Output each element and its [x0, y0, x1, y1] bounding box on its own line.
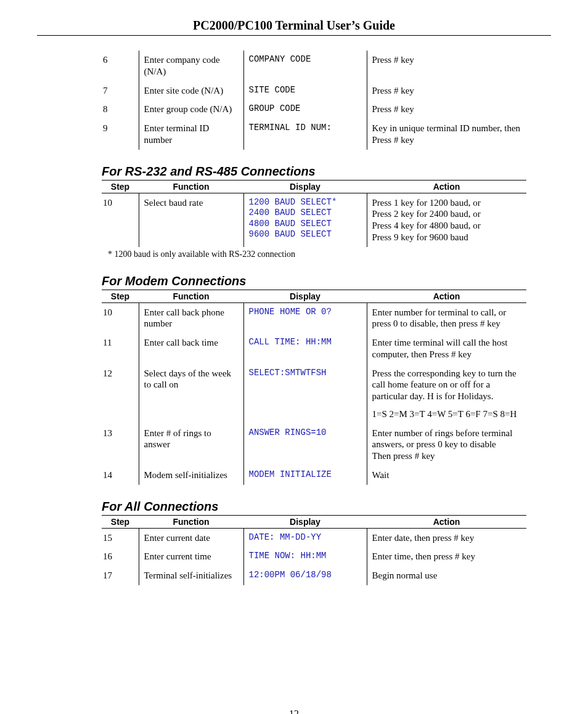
table-row: 9 Enter terminal ID number TERMINAL ID N…	[102, 119, 526, 150]
modem-table: Step Function Display Action 10 Enter ca…	[102, 290, 526, 485]
page-title: PC2000/PC100 Terminal User’s Guide	[37, 18, 551, 36]
table-row: 11 Enter call back time CALL TIME: HH:MM…	[102, 333, 526, 364]
table-row: 16 Enter current time TIME NOW: HH:MM En…	[102, 547, 526, 566]
function-cell: Modem self-initializes	[139, 466, 243, 485]
table-row: 7 Enter site code (N/A) SITE CODE Press …	[102, 81, 526, 100]
modem-heading: For Modem Connections	[37, 274, 551, 288]
rs-footnote: * 1200 baud is only available with RS-23…	[37, 249, 551, 259]
col-step: Step	[102, 180, 139, 193]
display-cell: GROUP CODE	[243, 100, 367, 119]
step-cell: 13	[102, 424, 139, 466]
step-cell: 8	[102, 100, 139, 119]
rs-heading: For RS-232 and RS-485 Connections	[37, 164, 551, 179]
step-cell: 10	[102, 193, 139, 247]
col-func: Function	[139, 180, 243, 193]
function-cell: Enter # of rings to answer	[139, 424, 243, 466]
table-row: 8 Enter group code (N/A) GROUP CODE Pres…	[102, 100, 526, 119]
function-cell: Enter current date	[139, 528, 243, 547]
function-cell: Terminal self-initializes	[139, 566, 243, 585]
function-cell: Enter company code (N/A)	[139, 51, 243, 81]
action-cell: Wait	[367, 466, 526, 485]
page-number: 12	[37, 708, 551, 714]
table-row: 13 Enter # of rings to answer ANSWER RIN…	[102, 424, 526, 466]
display-cell: SELECT:SMTWTFSH	[243, 364, 367, 424]
col-disp: Display	[243, 180, 367, 193]
col-disp: Display	[243, 515, 367, 528]
step-cell: 10	[102, 302, 139, 333]
action-cell: Enter time, then press # key	[367, 547, 526, 566]
action-cell: Begin normal use	[367, 566, 526, 585]
function-cell: Enter site code (N/A)	[139, 81, 243, 100]
table-row: 15 Enter current date DATE: MM-DD-YY Ent…	[102, 528, 526, 547]
action-part-b: 1=S 2=M 3=T 4=W 5=T 6=F 7=S 8=H	[372, 409, 517, 419]
action-cell: Enter number of rings before terminal an…	[367, 424, 526, 466]
display-cell: ANSWER RINGS=10	[243, 424, 367, 466]
step-cell: 12	[102, 364, 139, 424]
display-cell: DATE: MM-DD-YY	[243, 528, 367, 547]
display-cell: CALL TIME: HH:MM	[243, 333, 367, 364]
display-cell: 12:00PM 06/18/98	[243, 566, 367, 585]
action-cell: Enter number for terminal to call, or pr…	[367, 302, 526, 333]
table-row: 6 Enter company code (N/A) COMPANY CODE …	[102, 51, 526, 81]
display-cell: MODEM INITIALIZE	[243, 466, 367, 485]
col-disp: Display	[243, 290, 367, 302]
step-cell: 14	[102, 466, 139, 485]
action-cell: Press # key	[367, 100, 526, 119]
col-action: Action	[367, 290, 526, 302]
action-cell: Press the corresponding key to turn the …	[367, 364, 526, 424]
table-row: 10 Enter call back phone number PHONE HO…	[102, 302, 526, 333]
table-row: 14 Modem self-initializes MODEM INITIALI…	[102, 466, 526, 485]
col-step: Step	[102, 515, 139, 528]
all-heading: For All Connections	[37, 500, 551, 514]
table-row: 10 Select baud rate 1200 BAUD SELECT* 24…	[102, 193, 526, 247]
action-cell: Key in unique terminal ID number, then P…	[367, 119, 526, 150]
col-func: Function	[139, 290, 243, 302]
display-cell: 1200 BAUD SELECT* 2400 BAUD SELECT 4800 …	[243, 193, 367, 247]
action-part-a: Press the corresponding key to turn the …	[372, 368, 517, 402]
display-cell: TERMINAL ID NUM:	[243, 119, 367, 150]
table-row: 17 Terminal self-initializes 12:00PM 06/…	[102, 566, 526, 585]
col-action: Action	[367, 515, 526, 528]
action-cell: Press # key	[367, 81, 526, 100]
display-cell: SITE CODE	[243, 81, 367, 100]
function-cell: Enter terminal ID number	[139, 119, 243, 150]
function-cell: Enter current time	[139, 547, 243, 566]
step-cell: 11	[102, 333, 139, 364]
action-cell: Enter time terminal will call the host c…	[367, 333, 526, 364]
col-step: Step	[102, 290, 139, 302]
display-cell: COMPANY CODE	[243, 51, 367, 81]
action-cell: Press 1 key for 1200 baud, or Press 2 ke…	[367, 193, 526, 247]
rs-table: Step Function Display Action 10 Select b…	[102, 180, 526, 247]
step-cell: 17	[102, 566, 139, 585]
function-cell: Select baud rate	[139, 193, 243, 247]
function-cell: Enter call back phone number	[139, 302, 243, 333]
action-cell: Enter date, then press # key	[367, 528, 526, 547]
step-cell: 6	[102, 51, 139, 81]
col-action: Action	[367, 180, 526, 193]
display-cell: TIME NOW: HH:MM	[243, 547, 367, 566]
function-cell: Enter call back time	[139, 333, 243, 364]
table-row: 12 Select days of the week to call on SE…	[102, 364, 526, 424]
step-cell: 7	[102, 81, 139, 100]
step-cell: 9	[102, 119, 139, 150]
step-cell: 15	[102, 528, 139, 547]
action-cell: Press # key	[367, 51, 526, 81]
all-table: Step Function Display Action 15 Enter cu…	[102, 515, 526, 585]
col-func: Function	[139, 515, 243, 528]
top-continuation-table: 6 Enter company code (N/A) COMPANY CODE …	[102, 51, 526, 150]
step-cell: 16	[102, 547, 139, 566]
display-cell: PHONE HOME OR 0?	[243, 302, 367, 333]
function-cell: Select days of the week to call on	[139, 364, 243, 424]
function-cell: Enter group code (N/A)	[139, 100, 243, 119]
